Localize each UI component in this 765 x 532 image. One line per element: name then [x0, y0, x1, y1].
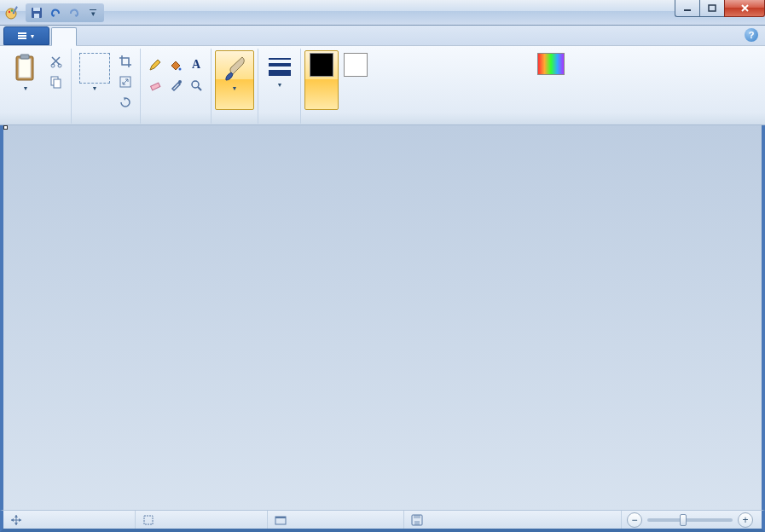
size-icon: [266, 53, 293, 80]
app-icon: [3, 3, 24, 23]
color1-swatch: [310, 53, 333, 77]
qat-customize-button[interactable]: ▾: [84, 4, 101, 21]
color2-button[interactable]: [339, 50, 373, 110]
svg-rect-29: [275, 517, 286, 518]
undo-button[interactable]: [47, 4, 64, 21]
status-cursor-position: [3, 511, 136, 529]
text-tool[interactable]: A: [187, 55, 206, 74]
brush-icon: [219, 53, 250, 84]
selection-icon: [142, 514, 154, 526]
color-picker-tool[interactable]: [166, 76, 185, 95]
group-label-clipboard: [6, 111, 67, 124]
group-label-colors: [304, 111, 570, 124]
svg-rect-9: [709, 5, 716, 11]
svg-rect-12: [20, 55, 29, 59]
cursor-pos-icon: [10, 514, 22, 526]
canvas-area[interactable]: [0, 125, 765, 510]
zoom-slider-thumb[interactable]: [680, 514, 687, 526]
tab-home[interactable]: [51, 27, 77, 46]
crop-button[interactable]: [116, 52, 135, 71]
copy-button[interactable]: [47, 72, 66, 91]
chevron-down-icon: ▼: [92, 85, 98, 91]
title-bar: ▾: [0, 0, 765, 26]
paint-window: ▾ ▼ ? ▼: [0, 0, 765, 532]
size-button[interactable]: ▼: [263, 50, 297, 110]
tab-row: ▼ ?: [0, 26, 765, 46]
file-menu-button[interactable]: ▼: [3, 26, 49, 45]
resize-handle-se[interactable]: [3, 125, 8, 130]
svg-rect-16: [54, 79, 61, 88]
chevron-down-icon: ▼: [23, 85, 29, 91]
select-icon: [79, 53, 110, 84]
svg-rect-32: [414, 521, 420, 525]
brushes-button[interactable]: ▼: [215, 50, 254, 110]
group-label-tools: [144, 111, 207, 124]
clipboard-icon: [10, 53, 41, 84]
color1-button[interactable]: [304, 50, 339, 110]
svg-rect-6: [33, 8, 40, 11]
svg-rect-27: [144, 516, 153, 524]
pencil-tool[interactable]: [146, 55, 165, 74]
tab-view[interactable]: [78, 26, 104, 45]
svg-rect-31: [414, 515, 420, 518]
status-file-size: [404, 511, 622, 529]
edit-colors-button[interactable]: [532, 50, 570, 110]
magnifier-tool[interactable]: [187, 76, 206, 95]
group-brushes: ▼: [212, 49, 258, 124]
redo-button[interactable]: [66, 4, 83, 21]
cut-button[interactable]: [47, 52, 66, 71]
maximize-button[interactable]: [699, 0, 724, 17]
status-canvas-size: [268, 511, 404, 529]
group-clipboard: ▼: [3, 49, 72, 124]
status-bar: − +: [0, 510, 765, 532]
close-button[interactable]: [724, 0, 765, 17]
group-size: ▼: [259, 49, 301, 124]
zoom-in-button[interactable]: +: [738, 512, 753, 528]
group-label-image: [75, 113, 136, 124]
svg-point-20: [178, 80, 182, 84]
svg-point-2: [11, 9, 13, 11]
group-colors: [301, 49, 573, 124]
rotate-button[interactable]: [116, 93, 135, 112]
chevron-down-icon: ▼: [277, 82, 283, 88]
canvas-size-icon: [275, 514, 287, 526]
svg-rect-7: [34, 14, 39, 18]
svg-point-18: [179, 68, 182, 71]
edit-colors-icon: [537, 53, 565, 75]
select-button[interactable]: ▼: [75, 50, 114, 110]
chevron-down-icon: ▼: [232, 85, 238, 91]
svg-point-21: [192, 81, 199, 88]
save-button[interactable]: [28, 4, 45, 21]
help-button[interactable]: ?: [745, 28, 758, 42]
disk-icon: [411, 514, 423, 526]
status-selection-size: [136, 511, 268, 529]
paste-button[interactable]: ▼: [6, 50, 45, 110]
resize-button[interactable]: [116, 72, 135, 91]
svg-rect-8: [684, 9, 691, 11]
group-image: ▼: [72, 49, 141, 124]
group-tools: A: [141, 49, 212, 124]
zoom-controls: − +: [622, 512, 762, 528]
quick-access-toolbar: ▾: [26, 3, 104, 22]
color-palette: [373, 50, 532, 95]
svg-point-1: [9, 10, 10, 12]
zoom-slider[interactable]: [647, 518, 733, 522]
color2-swatch: [344, 53, 368, 77]
eraser-tool[interactable]: [146, 76, 165, 95]
window-controls: [675, 0, 765, 17]
fill-tool[interactable]: [166, 55, 185, 74]
zoom-out-button[interactable]: −: [627, 512, 642, 528]
svg-rect-19: [151, 83, 160, 90]
svg-rect-11: [19, 59, 31, 78]
minimize-button[interactable]: [675, 0, 699, 17]
